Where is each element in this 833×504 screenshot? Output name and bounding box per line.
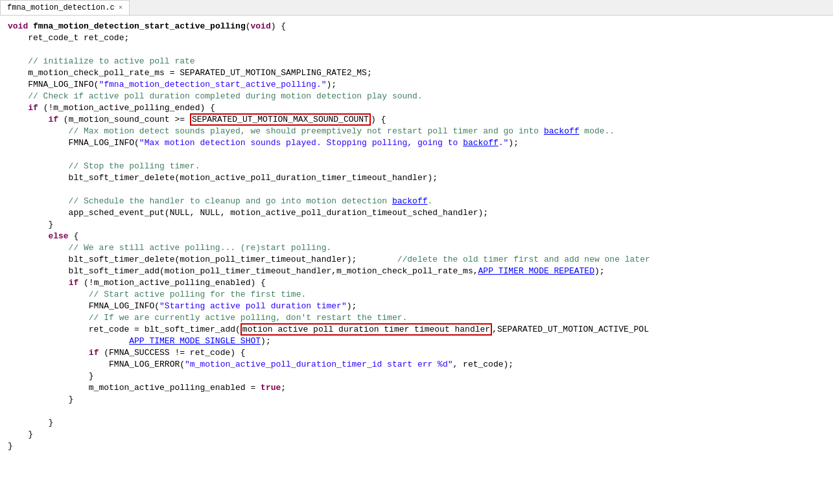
line: if (!m_motion_active_polling_enabled) { bbox=[3, 277, 833, 289]
line: FMNA_LOG_ERROR("m_motion_active_poll_dur… bbox=[3, 359, 833, 371]
line: if (FMNA_SUCCESS != ret_code) { bbox=[3, 347, 833, 359]
line: FMNA_LOG_INFO("Max motion detection soun… bbox=[3, 137, 833, 149]
line: blt_soft_timer_delete(motion_poll_timer_… bbox=[3, 254, 833, 266]
line: // initialize to active poll rate bbox=[3, 56, 833, 67]
line: blt_soft_timer_delete(motion_active_poll… bbox=[3, 172, 833, 184]
line: // Schedule the handler to cleanup and g… bbox=[3, 196, 833, 207]
line: ret_code = blt_soft_timer_add(motion act… bbox=[3, 324, 833, 336]
close-icon[interactable]: × bbox=[119, 4, 123, 12]
line: } bbox=[3, 371, 833, 382]
line bbox=[3, 406, 833, 417]
tab-bar: fmna_motion_detection.c × bbox=[0, 0, 833, 16]
line bbox=[3, 44, 833, 56]
line: // Max motion detect sounds played, we s… bbox=[3, 126, 833, 137]
line: FMNA_LOG_INFO("Starting active poll dura… bbox=[3, 301, 833, 312]
line: // If we are currently active polling, d… bbox=[3, 312, 833, 324]
line: void fmna_motion_detection_start_active_… bbox=[3, 21, 833, 32]
line: m_motion_check_poll_rate_ms = SEPARATED_… bbox=[3, 67, 833, 79]
line: m_motion_active_polling_enabled = true; bbox=[3, 382, 833, 394]
line: // Start active polling for the first ti… bbox=[3, 289, 833, 301]
line: ret_code_t ret_code; bbox=[3, 32, 833, 44]
line: FMNA_LOG_INFO("fmna_motion_detection_sta… bbox=[3, 79, 833, 91]
line: } bbox=[3, 417, 833, 429]
code-content: void fmna_motion_detection_start_active_… bbox=[0, 18, 833, 455]
line: } bbox=[3, 394, 833, 406]
highlight-box-2: motion active poll duration timer timeou… bbox=[241, 323, 492, 336]
line: blt_soft_timer_add(motion_poll_timer_tim… bbox=[3, 266, 833, 277]
line: else { bbox=[3, 231, 833, 242]
code-area: void fmna_motion_detection_start_active_… bbox=[0, 16, 833, 504]
file-tab[interactable]: fmna_motion_detection.c × bbox=[0, 0, 130, 15]
line: } bbox=[3, 219, 833, 231]
highlight-box-1: SEPARATED_UT_MOTION_MAX_SOUND_COUNT bbox=[190, 113, 371, 126]
line: // Stop the polling timer. bbox=[3, 161, 833, 172]
line: APP_TIMER_MODE_SINGLE_SHOT); bbox=[3, 336, 833, 347]
line: // We are still active polling... (re)st… bbox=[3, 242, 833, 254]
line bbox=[3, 149, 833, 161]
line bbox=[3, 184, 833, 196]
tab-filename: fmna_motion_detection.c bbox=[7, 3, 115, 12]
line: } bbox=[3, 429, 833, 441]
line: if (!m_motion_active_polling_ended) { bbox=[3, 102, 833, 114]
line: } bbox=[3, 441, 833, 452]
line: if (m_motion_sound_count >= SEPARATED_UT… bbox=[3, 114, 833, 126]
line: // Check if active poll duration complet… bbox=[3, 91, 833, 102]
line: app_sched_event_put(NULL, NULL, motion_a… bbox=[3, 207, 833, 219]
